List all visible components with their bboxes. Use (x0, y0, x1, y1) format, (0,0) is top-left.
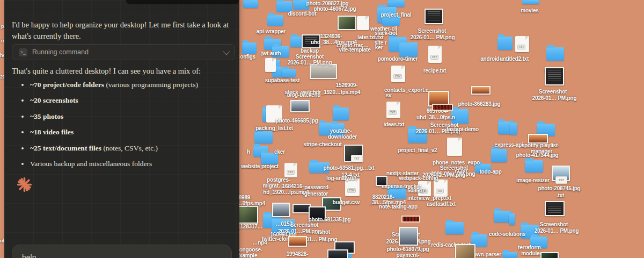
photo-thumbnail[interactable] (310, 64, 337, 79)
photo-thumbnail[interactable] (237, 206, 258, 224)
desktop-item-label[interactable]: code-solutions (489, 231, 525, 238)
desktop-item-label[interactable]: 1128317… (238, 224, 263, 230)
desktop-item-label[interactable]: 2026-01… PM.png (411, 34, 455, 41)
desktop-item-label[interactable]: budget.csv (333, 199, 360, 206)
screenshot-thumbnail[interactable] (425, 9, 443, 24)
desktop-item-label[interactable]: password- (304, 184, 330, 191)
desktop-item-label[interactable]: …shot (314, 229, 330, 235)
txt-tag[interactable]: TXT (555, 176, 567, 184)
folder-icon[interactable] (502, 252, 517, 258)
desktop-item-label[interactable]: generator (304, 191, 328, 197)
desktop-item-label[interactable]: jwt-auth (261, 51, 281, 57)
desktop-item-label[interactable]: blog-backend (287, 92, 321, 98)
photo-thumbnail[interactable] (272, 203, 290, 217)
folder-icon[interactable] (276, 1, 292, 12)
desktop-item-label[interactable]: cker (274, 149, 285, 155)
desktop-item-label[interactable]: youtube- (330, 128, 352, 134)
folder-icon[interactable] (522, 0, 539, 4)
screenshot-thumbnail[interactable] (545, 201, 565, 216)
desktop-item-label[interactable]: postgres- (267, 177, 290, 183)
folder-icon[interactable] (546, 47, 564, 61)
screenshot-thumbnail[interactable] (545, 67, 564, 85)
desktop-item-label[interactable]: photo-366283.jpg (458, 101, 500, 108)
desktop-item-label[interactable]: photo-417344.jpg (516, 152, 558, 159)
desktop-item-label[interactable]: project_final (381, 12, 412, 18)
desktop-item-label[interactable]: website project (241, 163, 279, 170)
desktop-item-label[interactable]: photo-618079.jpg (386, 246, 429, 253)
desktop-item-label[interactable]: asdfasdf.txt (427, 201, 456, 207)
desktop-item-label[interactable]: example (237, 253, 258, 258)
desktop-item-label[interactable]: fastapi-demo (447, 126, 479, 133)
desktop-item-label[interactable]: Screenshot (540, 221, 568, 228)
desktop-item-label[interactable]: ideas.txt (384, 121, 405, 128)
desktop-item-label[interactable]: 2026-01… PM.png (288, 60, 332, 66)
desktop-item-label[interactable]: sv (386, 92, 392, 99)
folder-icon[interactable] (497, 37, 513, 50)
desktop-item-label[interactable]: api-wrapper (257, 28, 286, 35)
desktop-item-label[interactable]: recipe.txt (423, 68, 446, 74)
photo-thumbnail[interactable] (471, 86, 491, 95)
desktop-item-label[interactable]: movies (521, 8, 538, 14)
desktop-item-label[interactable]: stripe-checkout (303, 141, 341, 148)
desktop-item-label[interactable]: discord-bot (288, 11, 317, 17)
desktop-item-label[interactable]: configs (237, 54, 255, 60)
folder-icon[interactable] (387, 0, 405, 7)
desktop-item-label[interactable]: project_final_v2 (398, 147, 437, 154)
folder-icon[interactable] (282, 69, 296, 77)
desktop-item-label[interactable]: 2026-01… PM.png (532, 95, 577, 102)
desktop-item-label[interactable]: uhd_38…0fps.n (416, 114, 455, 121)
desktop-item-label[interactable]: supabase-test (265, 77, 300, 84)
folder-icon[interactable] (525, 160, 543, 173)
desktop-item-label[interactable]: 8989- (239, 195, 252, 201)
photo-thumbnail[interactable] (292, 204, 311, 213)
desktop-item-label[interactable]: packing_list.txt (255, 125, 293, 132)
text-file-icon[interactable]: TXT (515, 36, 529, 52)
text-file-icon[interactable]: TXT (284, 163, 297, 177)
folder-icon[interactable] (491, 149, 507, 162)
desktop-item-label[interactable]: todo-app (479, 169, 501, 175)
desktop-item-label[interactable]: Screenshot (539, 89, 567, 95)
desktop-item-label[interactable]: hd_1920…fps.mp4 (263, 189, 309, 196)
desktop-item-label[interactable]: 508547- (407, 188, 426, 194)
desktop-item-label[interactable]: migrat… (262, 183, 283, 189)
file-icon[interactable] (265, 58, 276, 72)
folder-icon[interactable] (445, 222, 464, 234)
desktop-item-label[interactable]: photo-466685.jpg (275, 118, 318, 124)
desktop-item-label[interactable]: Screenshot (296, 54, 324, 60)
desktop-item-label[interactable]: .txt (557, 192, 564, 199)
desktop-item-label[interactable]: …np4 (253, 240, 267, 246)
text-file-icon[interactable]: TXT (428, 46, 442, 63)
desktop-item-label[interactable]: downloader (328, 134, 357, 140)
desktop-item-label[interactable]: 1324936- (320, 33, 342, 40)
desktop-item-label[interactable]: untitled2.txt (500, 56, 529, 62)
desktop-item-label[interactable]: express-api (494, 142, 523, 148)
folder-icon[interactable] (242, 42, 257, 54)
desktop-item-label[interactable]: later.txt (357, 34, 376, 41)
desktop-item-label[interactable]: photo-63581.jpg…txt (323, 165, 374, 171)
running-command-toggle[interactable]: >_ Running command (12, 44, 235, 60)
photo-thumbnail[interactable] (288, 236, 307, 247)
desktop-item-label[interactable]: 1994828- (287, 251, 309, 257)
photo-thumbnail[interactable] (399, 227, 418, 246)
desktop-item-label[interactable]: vite-template (339, 47, 370, 53)
desktop-item-label[interactable]: backup (301, 48, 319, 54)
text-file-icon[interactable]: TXT (434, 180, 448, 197)
desktop-item-label[interactable]: 2026-01… PM.png (535, 228, 579, 234)
txt-tag[interactable]: TXT (351, 155, 362, 162)
desktop-item-label[interactable]: interview_prep.txt (407, 195, 451, 202)
desktop-item-label[interactable]: 1526909- (336, 82, 358, 89)
desktop-item-label[interactable]: photo-208745.jpg (538, 185, 580, 192)
photo-thumbnail[interactable] (290, 100, 310, 112)
desktop-item-label[interactable]: h (247, 149, 250, 155)
desktop-item-label[interactable]: note-taking-app (379, 204, 418, 210)
folder-icon[interactable] (254, 131, 273, 144)
desktop-item-label[interactable]: ker (375, 45, 383, 51)
photo-thumbnail[interactable] (455, 244, 475, 258)
desktop-item-label[interactable]: pomodoro-timer (378, 56, 418, 62)
desktop-item-label[interactable]: spotify-playlist- (522, 142, 560, 149)
desktop-item-label[interactable]: 1684216- (282, 183, 304, 190)
text-file-icon[interactable]: TXT (386, 102, 400, 118)
file-icon[interactable] (447, 138, 462, 156)
desktop-item-label[interactable]: modules (521, 250, 543, 257)
desktop-item-label[interactable]: log-analyzer (326, 175, 356, 182)
